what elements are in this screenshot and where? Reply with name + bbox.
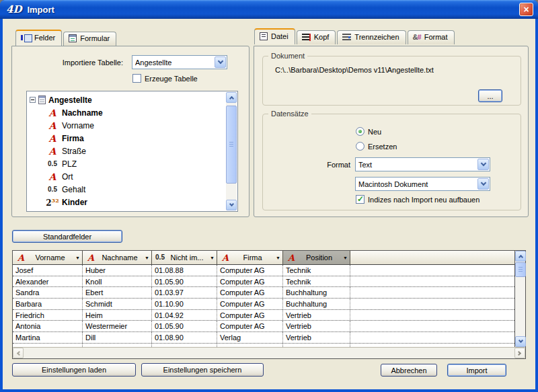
scroll-down-icon[interactable]: [515, 336, 526, 347]
tab-format[interactable]: &# Format: [408, 30, 455, 44]
save-settings-button[interactable]: Einstellungen speichern: [141, 363, 264, 377]
tab-felder[interactable]: Felder: [15, 30, 62, 46]
tab-label: Kopf: [314, 33, 330, 41]
preview-table-cell: Technik: [283, 265, 350, 276]
tree-scrollbar-thumb[interactable]: [226, 106, 237, 184]
rebuild-indexes-option: Indizes nach Import neu aufbauen: [356, 195, 479, 204]
preview-table-cell: Schmidt: [83, 299, 152, 309]
rebuild-indexes-checkbox[interactable]: [356, 195, 364, 204]
load-settings-label: Einstellungen laden: [42, 366, 106, 374]
tab-label: Datei: [271, 32, 289, 40]
window-title: Import: [27, 5, 54, 15]
scroll-up-icon[interactable]: [226, 92, 237, 103]
document-icon: [260, 32, 268, 40]
fields-icon: [21, 34, 31, 41]
create-table-checkbox[interactable]: [132, 74, 141, 83]
close-icon: ×: [523, 5, 529, 14]
preview-table-header: A Vorname ▼ A Nachname ▼ 0.5 Nicht im...…: [13, 251, 514, 265]
preview-column-header[interactable]: A Vorname ▼: [13, 251, 83, 264]
preview-vertical-scrollbar[interactable]: [514, 251, 525, 347]
tree-field-item[interactable]: A Straße: [30, 145, 225, 157]
chevron-down-icon[interactable]: [477, 159, 489, 170]
preview-column-header[interactable]: 0.5 Nicht im... ▼: [152, 251, 217, 264]
alpha-field-icon: A: [220, 253, 231, 262]
tree-field-item[interactable]: A Firma: [30, 132, 225, 145]
document-group: Dokument C:\..\Barbara\Desktop\Demos v11…: [262, 56, 521, 106]
tree-scrollbar[interactable]: [226, 92, 237, 210]
standard-fields-button-label: Standardfelder: [43, 233, 91, 241]
collapse-icon[interactable]: [30, 97, 36, 103]
chevron-down-icon[interactable]: [215, 56, 226, 68]
load-settings-button[interactable]: Einstellungen laden: [12, 363, 136, 377]
scroll-up-icon[interactable]: [515, 251, 526, 262]
column-menu-arrow-icon[interactable]: ▼: [75, 256, 80, 260]
tree-field-item[interactable]: A Vorname: [30, 119, 225, 132]
tree-root-item[interactable]: Angestellte: [30, 93, 225, 106]
chevron-down-icon[interactable]: [477, 178, 489, 190]
preview-table-body: JosefHuber01.08.88Computer AGTechnikAlex…: [13, 265, 514, 344]
form-icon: [69, 34, 77, 42]
preview-table-cell: 01.05.90: [152, 321, 217, 331]
preview-table-cell: 01.08.90: [152, 332, 217, 343]
tree-field-item[interactable]: 0.5 PLZ: [30, 157, 225, 170]
real-field-icon: 0.5: [155, 254, 165, 261]
table-select[interactable]: Angestellte: [132, 55, 227, 69]
tree-field-item[interactable]: A Ort: [30, 170, 225, 183]
doc-type-select[interactable]: Macintosh Dokument: [355, 177, 490, 191]
column-menu-arrow-icon[interactable]: ▼: [343, 256, 348, 260]
right-tab-bar: Datei Kopf Trennzeichen &# Format: [254, 28, 456, 44]
tab-trennzeichen[interactable]: Trennzeichen: [337, 30, 406, 44]
browse-button[interactable]: ...: [478, 89, 502, 102]
new-records-radio[interactable]: [356, 127, 364, 136]
preview-table-row: JosefHuber01.08.88Computer AGTechnik: [13, 265, 514, 276]
browse-button-label: ...: [487, 92, 493, 100]
preview-table-cell: Heim: [83, 310, 152, 321]
tab-kopf[interactable]: Kopf: [297, 30, 336, 44]
tree-field-item[interactable]: A Position: [30, 208, 225, 212]
preview-table-cell: Computer AG: [217, 321, 283, 331]
tab-label: Formular: [80, 34, 110, 42]
tree-field-item[interactable]: A Nachname: [30, 106, 225, 119]
alpha-field-icon: A: [46, 134, 59, 143]
rebuild-indexes-label: Indizes nach Import neu aufbauen: [368, 196, 479, 204]
scroll-right-icon[interactable]: [514, 348, 525, 358]
scroll-down-icon[interactable]: [226, 200, 237, 210]
preview-table-cell: Martina: [13, 332, 83, 343]
fields-panel: Importiere Tabelle: Angestellte Erzeuge …: [11, 46, 249, 217]
preview-column-header[interactable]: A Position ▼: [283, 251, 350, 264]
import-button[interactable]: Import: [447, 364, 506, 377]
preview-column-header[interactable]: A Nachname ▼: [83, 251, 152, 264]
preview-table-cell: Computer AG: [217, 287, 283, 298]
titlebar[interactable]: 4D Import ×: [0, 0, 538, 19]
real-field-icon: 0.5: [46, 186, 59, 193]
import-button-label: Import: [466, 366, 487, 375]
tab-formular[interactable]: Formular: [63, 32, 116, 46]
tree-field-item[interactable]: 0.5 Gehalt: [30, 183, 225, 196]
format-select[interactable]: Text: [355, 157, 490, 171]
preview-table-cell: Vertrieb: [283, 321, 350, 331]
preview-table-cell: Computer AG: [217, 265, 283, 276]
create-table-option: Erzeuge Tabelle: [132, 74, 198, 83]
preview-table-cell: 01.04.92: [152, 310, 217, 321]
standard-fields-button[interactable]: Standardfelder: [12, 230, 122, 243]
cancel-button[interactable]: Abbrechen: [381, 364, 437, 377]
preview-table-cell: Verlag: [217, 332, 283, 343]
column-menu-arrow-icon[interactable]: ▼: [145, 256, 149, 260]
tab-datei[interactable]: Datei: [254, 28, 295, 44]
column-menu-arrow-icon[interactable]: ▼: [210, 256, 215, 260]
left-tab-bar: Felder Formular: [15, 30, 118, 46]
replace-records-radio[interactable]: [356, 142, 364, 151]
preview-vscroll-thumb[interactable]: [515, 262, 526, 277]
4d-logo-icon: 4D: [6, 3, 22, 15]
preview-table-cell: 01.10.90: [152, 299, 217, 309]
preview-table-cell: Ebert: [83, 287, 152, 298]
preview-table-cell: Computer AG: [217, 276, 283, 287]
records-group-title: Datensätze: [268, 110, 311, 118]
longint-field-icon: 232: [46, 198, 59, 207]
scroll-left-icon[interactable]: [13, 348, 24, 358]
preview-column-header[interactable]: A Firma ▼: [217, 251, 283, 264]
tree-field-item[interactable]: 232 Kinder: [30, 196, 225, 208]
close-button[interactable]: ×: [519, 3, 533, 16]
column-menu-arrow-icon[interactable]: ▼: [276, 256, 280, 260]
preview-horizontal-scrollbar[interactable]: [13, 347, 525, 358]
